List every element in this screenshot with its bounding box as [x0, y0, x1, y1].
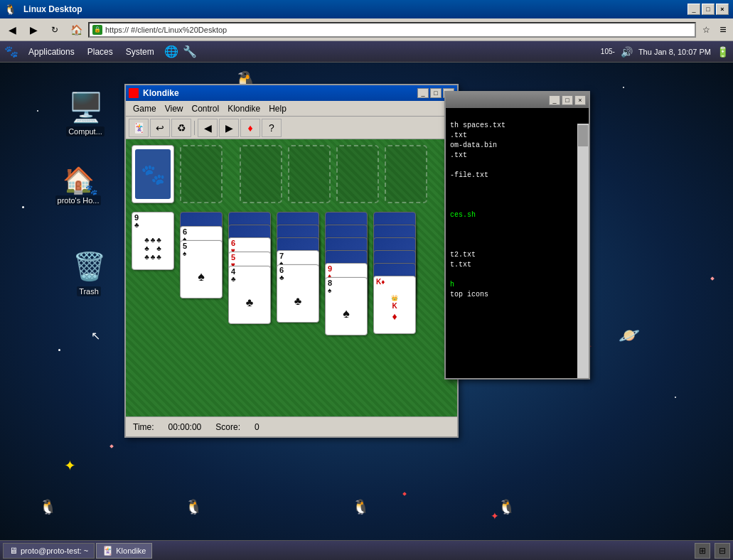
back-btn[interactable]: ◀ [198, 119, 218, 137]
penguin-bottom-mid: 🐧 [185, 498, 203, 515]
address-bar[interactable]: 🔒 https:// #/client/c/Linux%20Desktop [88, 22, 696, 38]
terminal-maximize[interactable]: □ [562, 95, 573, 105]
taskbar: 🖥 proto@proto-test: ~ 🃏 Klondike ⊞ ⊟ [0, 540, 733, 560]
scroll-thumb[interactable] [578, 125, 588, 146]
terminal-body: th spaces.txt .txt om-data.bin .txt -fil… [446, 108, 589, 378]
back-button[interactable]: ◀ [3, 21, 21, 38]
terminal-minimize[interactable]: _ [549, 95, 560, 105]
waste-pile[interactable] [180, 145, 223, 203]
stock-pile[interactable]: 🐾 [132, 145, 174, 203]
gnome-panel: 🐾 Applications Places System 🌐 🔧 105- 🔊 … [0, 41, 733, 63]
penguin-bottom-left: 🐧 [39, 498, 57, 515]
computer-icon-img: 🖥️ [68, 91, 102, 125]
terminal-window: _ □ × th spaces.txt .txt om-data.bin .tx… [444, 91, 590, 379]
places-menu[interactable]: Places [82, 45, 119, 58]
bookmark-star[interactable]: ☆ [699, 23, 713, 37]
terminal-taskbar-label: proto@proto-test: ~ [21, 546, 88, 555]
undo-btn[interactable]: ↩ [150, 119, 170, 137]
restart-btn[interactable]: ♻ [171, 119, 191, 137]
klondike-maximize[interactable]: □ [430, 88, 442, 98]
view-menu[interactable]: View [161, 102, 188, 115]
home-icon-img: 🏠 🐾 [63, 166, 95, 195]
foundation-2[interactable] [288, 145, 331, 203]
panel-right: 105- 🔊 Thu Jan 8, 10:07 PM 🔋 [601, 46, 729, 58]
datetime-display: Thu Jan 8, 10:07 PM [638, 48, 711, 56]
fwd-btn[interactable]: ▶ [219, 119, 239, 137]
game-menu[interactable]: Game [129, 102, 161, 115]
tableau: 9 ♣ ♣♣♣ ♣♣ ♣♣♣ [132, 212, 451, 439]
klondike-toolbar: 🃏 ↩ ♻ ◀ ▶ ♦ ? [126, 117, 457, 139]
terminal-taskbar-btn[interactable]: 🖥 proto@proto-test: ~ [3, 543, 95, 559]
toolbar-sep-1 [194, 121, 195, 135]
home-button[interactable]: 🏠 [67, 21, 85, 38]
trash-icon[interactable]: 🗑️ Trash [64, 251, 114, 296]
klondike-title: Klondike [143, 88, 416, 98]
card-kd[interactable]: K♦ 👑 K ♦ [373, 276, 416, 334]
title-controls: _ □ × [687, 4, 729, 15]
desktop: 🐧 🐧 🪐 ✦ 🖥️ Comput... 🏠 🐾 proto's Ho... 🗑… [0, 63, 733, 540]
klondike-app-icon [129, 88, 139, 98]
klondike-menubar: Game View Control Klondike Help [126, 101, 457, 117]
card-4c[interactable]: 4 ♣ ♣ [228, 266, 271, 324]
computer-icon[interactable]: 🖥️ Comput... [60, 91, 110, 136]
foundation-1[interactable] [240, 145, 282, 203]
terminal-close[interactable]: × [574, 95, 586, 105]
star-deco-2: ✦ [491, 510, 499, 522]
top-row: 🐾 [132, 145, 451, 203]
tableau-col-4: 7 ♠ ♠ 6 ♣ ♣ [277, 212, 319, 389]
tableau-col-1: 9 ♣ ♣♣♣ ♣♣ ♣♣♣ [132, 212, 174, 318]
control-menu[interactable]: Control [187, 102, 223, 115]
terminal-title-bar: _ □ × [446, 92, 589, 108]
klondike-menu[interactable]: Klondike [223, 102, 264, 115]
taskbar-right: ⊞ ⊟ [695, 543, 730, 559]
security-icon: 🔒 [92, 25, 102, 35]
tableau-col-2: 6 ♠ ♠ 5 ♠ ♠ [180, 212, 223, 354]
klondike-taskbar-btn[interactable]: 🃏 Klondike [96, 543, 152, 559]
klondike-taskbar-label: Klondike [116, 546, 146, 555]
menu-icon[interactable]: ≡ [716, 23, 730, 37]
browser-window: 🐧 Linux Desktop _ □ × ◀ ▶ ↻ 🏠 🔒 https://… [0, 0, 733, 560]
terminal-scrollbar[interactable] [577, 124, 589, 378]
home-icon[interactable]: 🏠 🐾 proto's Ho... [53, 166, 103, 205]
klondike-window: Klondike _ □ × Game View Control Klondik… [124, 84, 459, 438]
tableau-col-6: K♦ 👑 K ♦ [373, 212, 416, 439]
taskbar-icon-1[interactable]: ⊞ [695, 543, 710, 559]
maximize-button[interactable]: □ [702, 4, 715, 15]
star-deco-1: ✦ [64, 457, 76, 474]
display-info: 105- [601, 48, 615, 55]
new-game-btn[interactable]: 🃏 [129, 119, 149, 137]
foundation-4[interactable] [385, 145, 427, 203]
saturn-deco: 🪐 [619, 325, 640, 345]
reload-button[interactable]: ↻ [46, 21, 64, 38]
minimize-button[interactable]: _ [687, 4, 700, 15]
browser-title-bar: 🐧 Linux Desktop _ □ × [0, 0, 733, 18]
trash-icon-img: 🗑️ [72, 251, 106, 285]
browser-title: Linux Desktop [23, 4, 683, 14]
tableau-col-3: 6 ♥ ♥ 5 ♥ ♥ 4 ♣ ♣ [228, 212, 271, 375]
gap [228, 145, 234, 203]
forward-button[interactable]: ▶ [24, 21, 43, 38]
klondike-taskbar-icon: 🃏 [102, 546, 113, 556]
tableau-col-5: 9 ♦ ♦ 8 ♠ ♠ [325, 212, 368, 411]
terminal-content: th spaces.txt .txt om-data.bin .txt -fil… [446, 108, 510, 378]
browser-toolbar: ◀ ▶ ↻ 🏠 🔒 https:// #/client/c/Linux%20De… [0, 18, 733, 41]
card-5s-col2[interactable]: 5 ♠ ♠ [180, 240, 223, 298]
card-9c[interactable]: 9 ♣ ♣♣♣ ♣♣ ♣♣♣ [132, 212, 174, 270]
penguin-bottom-far: 🐧 [498, 498, 515, 515]
klondike-title-bar: Klondike _ □ × [126, 85, 457, 101]
system-menu[interactable]: System [120, 45, 160, 58]
deal-btn[interactable]: ♦ [240, 119, 260, 137]
foundation-3[interactable] [336, 145, 379, 203]
applications-menu[interactable]: Applications [23, 45, 80, 58]
taskbar-icon-2[interactable]: ⊟ [715, 543, 730, 559]
terminal-taskbar-icon: 🖥 [9, 546, 18, 556]
card-8s[interactable]: 8 ♠ ♠ [325, 277, 368, 335]
close-button[interactable]: × [716, 4, 729, 15]
penguin-bottom-right: 🐧 [352, 498, 370, 515]
panel-left: 🐾 Applications Places System 🌐 🔧 [4, 45, 197, 58]
url-text: https:// #/client/c/Linux%20Desktop [105, 26, 227, 34]
hint-btn[interactable]: ? [262, 119, 282, 137]
card-6c[interactable]: 6 ♣ ♣ [277, 264, 319, 323]
klondike-minimize[interactable]: _ [417, 88, 429, 98]
help-menu[interactable]: Help [264, 102, 291, 115]
